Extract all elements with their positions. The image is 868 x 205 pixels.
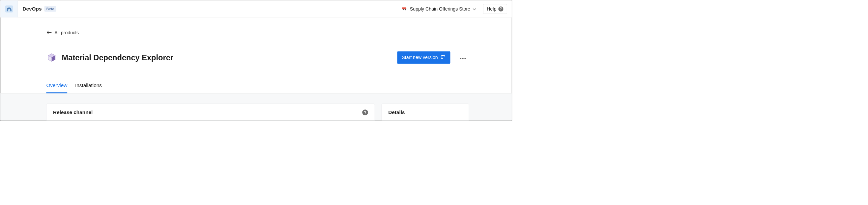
svg-rect-3 (402, 7, 406, 8)
details-card: Details (382, 104, 469, 121)
store-selector[interactable]: Supply Chain Offerings Store (399, 4, 479, 13)
svg-point-5 (405, 9, 406, 10)
svg-point-10 (465, 58, 466, 59)
help-button[interactable]: Help ? (483, 4, 507, 13)
help-icon[interactable]: ? (362, 110, 368, 115)
store-icon (402, 6, 408, 12)
back-link[interactable]: All products (46, 30, 79, 36)
release-channel-card: Release channel ? (46, 104, 375, 121)
ellipsis-icon (460, 58, 466, 59)
primary-button-label: Start new version (402, 55, 438, 60)
top-bar: DevOps Beta Supply Chain Offerings Store… (0, 0, 512, 18)
svg-point-1 (7, 8, 8, 8)
back-link-label: All products (54, 30, 79, 36)
help-label: Help (487, 6, 496, 12)
page-title: Material Dependency Explorer (62, 53, 173, 62)
tab-label: Overview (46, 82, 67, 88)
cards-area: Release channel ? Details (0, 93, 512, 121)
branch-icon (441, 54, 445, 61)
arrow-left-icon (46, 30, 52, 35)
tab-overview[interactable]: Overview (46, 82, 67, 93)
tab-installations[interactable]: Installations (75, 82, 102, 93)
product-icon (46, 52, 57, 63)
tab-bar: Overview Installations (46, 82, 467, 93)
question-icon: ? (498, 6, 503, 11)
beta-badge: Beta (44, 6, 56, 11)
card-title: Release channel (53, 110, 93, 115)
brand-block: DevOps Beta (18, 6, 56, 12)
more-actions-button[interactable] (459, 53, 467, 62)
svg-point-4 (403, 9, 404, 10)
content-area: All products Material Dependency Explore… (0, 18, 512, 121)
brand-title: DevOps (23, 6, 41, 12)
app-logo[interactable] (0, 0, 18, 17)
svg-point-9 (462, 58, 464, 59)
chevron-down-icon (472, 6, 476, 12)
svg-point-8 (460, 58, 462, 59)
store-label: Supply Chain Offerings Store (410, 6, 470, 12)
elephant-icon (4, 4, 13, 13)
title-row: Material Dependency Explorer Start new v… (46, 51, 467, 64)
tab-label: Installations (75, 82, 102, 88)
card-title: Details (388, 110, 405, 115)
start-new-version-button[interactable]: Start new version (397, 51, 450, 64)
